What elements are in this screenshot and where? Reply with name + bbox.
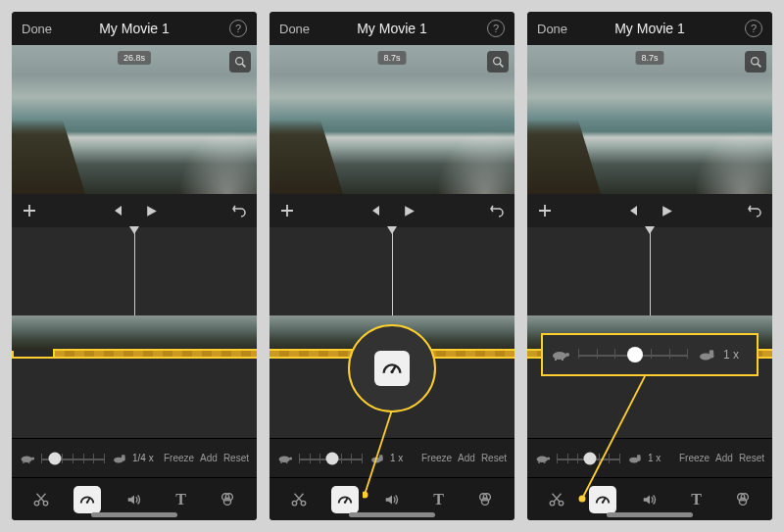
skip-back-icon	[626, 204, 640, 218]
project-title: My Movie 1	[614, 21, 685, 36]
speed-slider-knob[interactable]	[49, 452, 62, 464]
video-preview[interactable]: 8.7s	[527, 45, 772, 194]
svg-rect-39	[555, 359, 557, 361]
speed-slider-knob[interactable]	[627, 347, 643, 363]
undo-button[interactable]	[747, 203, 762, 218]
help-button[interactable]: ?	[487, 20, 505, 37]
pinch-zoom-button[interactable]	[487, 51, 509, 73]
home-indicator[interactable]	[91, 512, 177, 517]
speed-controls-bar: 1 x Freeze Add Reset	[527, 438, 772, 477]
speed-slider[interactable]	[41, 452, 105, 465]
svg-point-31	[344, 501, 346, 503]
filter-icon	[219, 491, 236, 508]
svg-rect-49	[538, 461, 540, 463]
speed-slider-zoomed[interactable]	[578, 347, 688, 363]
undo-button[interactable]	[231, 203, 247, 218]
filter-tool[interactable]	[729, 486, 757, 513]
help-button[interactable]: ?	[745, 20, 762, 37]
text-tool[interactable]: T	[168, 486, 195, 513]
reset-button[interactable]: Reset	[481, 453, 507, 463]
play-icon	[144, 204, 159, 218]
svg-rect-24	[286, 461, 288, 463]
selected-clip[interactable]	[12, 315, 257, 359]
reset-button[interactable]: Reset	[739, 453, 764, 463]
add-media-button[interactable]	[537, 203, 553, 218]
video-preview[interactable]: 26.8s	[12, 45, 257, 194]
help-icon: ?	[235, 23, 241, 34]
reset-button[interactable]: Reset	[223, 453, 249, 463]
duration-badge: 8.7s	[377, 51, 406, 65]
svg-point-60	[740, 498, 747, 505]
skip-back-icon	[368, 204, 382, 218]
freeze-button[interactable]: Freeze	[679, 453, 710, 463]
svg-point-2	[22, 456, 32, 461]
svg-point-30	[301, 501, 306, 505]
add-button[interactable]: Add	[458, 453, 475, 463]
play-button[interactable]	[144, 204, 159, 218]
svg-rect-23	[280, 461, 282, 463]
text-tool[interactable]: T	[683, 486, 710, 513]
play-icon	[660, 204, 674, 218]
add-button[interactable]: Add	[200, 453, 218, 463]
help-button[interactable]: ?	[229, 20, 247, 37]
speed-tool-callout	[348, 324, 436, 412]
speed-slider[interactable]	[299, 452, 363, 465]
pinch-zoom-button[interactable]	[745, 51, 766, 73]
scissors-icon	[32, 491, 50, 508]
freeze-button[interactable]: Freeze	[421, 453, 452, 463]
speed-value: 1 x	[648, 453, 673, 463]
timeline[interactable]: 1 x 1 x Freeze Add Reset T	[527, 227, 772, 520]
phone-screen-1: Done My Movie 1 ? 26.8s	[12, 12, 257, 520]
skip-start-button[interactable]	[368, 204, 382, 218]
skip-start-button[interactable]	[111, 204, 124, 218]
undo-button[interactable]	[489, 203, 505, 218]
play-button[interactable]	[402, 204, 416, 218]
svg-point-0	[235, 57, 242, 64]
svg-point-15	[224, 498, 231, 505]
play-button[interactable]	[660, 204, 674, 218]
speed-slider-knob[interactable]	[325, 452, 338, 464]
project-title: My Movie 1	[99, 21, 170, 36]
duration-badge: 26.8s	[118, 51, 151, 65]
speed-strip	[55, 351, 257, 357]
svg-point-20	[363, 491, 368, 498]
magnifier-icon	[234, 56, 247, 69]
cut-tool[interactable]	[285, 486, 313, 513]
svg-point-12	[86, 501, 88, 503]
turtle-icon	[535, 453, 551, 464]
svg-point-38	[565, 353, 569, 357]
cut-tool[interactable]	[27, 486, 55, 513]
skip-start-button[interactable]	[626, 204, 640, 218]
undo-icon	[747, 203, 762, 218]
rabbit-icon	[111, 453, 126, 464]
freeze-button[interactable]: Freeze	[164, 453, 194, 463]
cut-tool[interactable]	[543, 486, 570, 513]
add-button[interactable]: Add	[715, 453, 733, 463]
done-button[interactable]: Done	[279, 22, 310, 36]
text-tool[interactable]: T	[425, 486, 453, 513]
timeline[interactable]: 1 x Freeze Add Reset T	[270, 227, 514, 520]
filter-tool[interactable]	[471, 486, 499, 513]
plus-icon	[279, 203, 295, 218]
scissors-icon	[290, 491, 308, 508]
speed-tool[interactable]	[74, 486, 101, 513]
add-media-button[interactable]	[279, 203, 295, 218]
speed-tool[interactable]	[331, 486, 359, 513]
help-icon: ?	[751, 23, 757, 34]
volume-tool[interactable]	[121, 486, 148, 513]
home-indicator[interactable]	[607, 512, 693, 517]
pinch-zoom-button[interactable]	[229, 51, 251, 73]
done-button[interactable]: Done	[22, 22, 52, 36]
filter-tool[interactable]	[214, 486, 241, 513]
phone-screen-3: Done My Movie 1 ? 8.7s	[527, 12, 772, 520]
svg-rect-50	[544, 461, 546, 463]
header: Done My Movie 1 ?	[12, 12, 257, 45]
svg-point-37	[553, 352, 566, 360]
done-button[interactable]: Done	[537, 22, 567, 36]
svg-point-11	[43, 501, 48, 505]
video-preview[interactable]: 8.7s	[270, 45, 514, 194]
turtle-icon	[551, 348, 570, 362]
home-indicator[interactable]	[349, 512, 435, 517]
add-media-button[interactable]	[22, 203, 37, 218]
timeline[interactable]: 1/4 x Freeze Add Reset T	[12, 227, 257, 520]
